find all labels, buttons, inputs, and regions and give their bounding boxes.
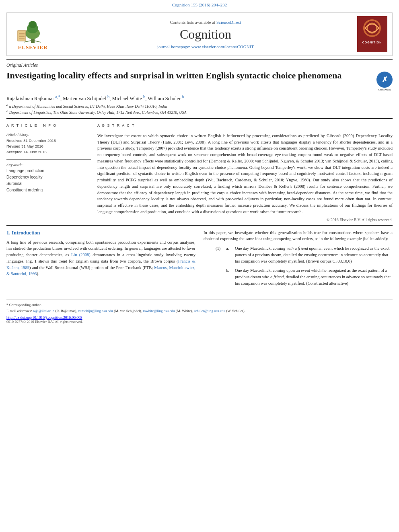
article-title: Investigating locality effects and surpr… bbox=[6, 70, 372, 82]
abstract-text: We investigate the extent to which synta… bbox=[97, 133, 393, 215]
svg-rect-12 bbox=[357, 16, 387, 52]
body-top-divider bbox=[6, 225, 393, 226]
cognition-logo-box: COGNITION bbox=[357, 16, 387, 52]
list-item-1a: a. One day Maeterlinck, coming with a fr… bbox=[226, 245, 393, 264]
homepage-link[interactable]: journal homepage: www.elsevier.com/locat… bbox=[157, 44, 254, 49]
list-label-a: a. bbox=[226, 245, 232, 264]
info-divider-top bbox=[6, 130, 91, 130]
abstract-divider bbox=[97, 130, 393, 130]
corresponding-author-note: * Corresponding author. bbox=[6, 302, 393, 308]
email-link-2[interactable]: vanschijn@ling.osu.edu bbox=[78, 309, 113, 313]
crossmark-icon: ✗ bbox=[376, 72, 393, 88]
keyword-2: Dependency locality bbox=[6, 174, 91, 181]
affiliation-b: b Department of Linguistics, The Ohio St… bbox=[6, 109, 393, 115]
article-info-label: A R T I C L E I N F O bbox=[6, 123, 91, 127]
journal-title: Cognition bbox=[180, 27, 231, 42]
intro-paragraph-2: In this paper, we investigate whether th… bbox=[204, 230, 393, 242]
list-item-1: (1) a. One day Maeterlinck, coming with … bbox=[216, 245, 393, 290]
keywords-label: Keywords: bbox=[6, 163, 91, 167]
list-text-b: One day Maeterlinck, coming upon an even… bbox=[235, 267, 393, 286]
crossmark-badge: ✗ CrossMark bbox=[376, 72, 393, 91]
marcus-link[interactable]: Marcus, Marcinkiewicz, & Santorini, 1993 bbox=[6, 265, 195, 276]
doi-link: http://dx.doi.org/10.1016/j.cognition.20… bbox=[6, 316, 393, 320]
cognition-logo-icon: COGNITION bbox=[357, 16, 387, 52]
abstract-column: A B S T R A C T We investigate the exten… bbox=[97, 123, 393, 222]
svg-rect-7 bbox=[18, 31, 25, 41]
elsevier-logo-area: ELSEVIER bbox=[7, 13, 59, 55]
article-history-label: Article history: bbox=[6, 133, 91, 137]
list-item-1-content: a. One day Maeterlinck, coming with a fr… bbox=[226, 245, 393, 290]
body-left-column: 1. Introduction A long line of previous … bbox=[6, 230, 195, 293]
svg-text:COGNITION: COGNITION bbox=[362, 41, 382, 44]
crossmark-label: CrossMark bbox=[376, 88, 393, 91]
email-link-1[interactable]: raja@iitd.ac.in bbox=[33, 309, 54, 313]
section1-heading: 1. Introduction bbox=[6, 230, 195, 236]
elsevier-logo: ELSEVIER bbox=[16, 18, 50, 51]
article-divider bbox=[6, 118, 393, 119]
article-type: Original Articles bbox=[6, 63, 393, 68]
science-direct-link[interactable]: ScienceDirect bbox=[216, 20, 241, 25]
body-right-column: In this paper, we investigate whether th… bbox=[204, 230, 393, 293]
keyword-3: Surprisal bbox=[6, 181, 91, 187]
cognition-logo-area: COGNITION bbox=[352, 13, 392, 55]
email-link-3[interactable]: mwhite@ling.osu.edu bbox=[143, 309, 175, 313]
top-divider bbox=[6, 59, 393, 60]
issn-text: 0010-0277/© 2016 Elsevier B.V. All right… bbox=[6, 320, 393, 324]
list-num-1: (1) bbox=[216, 245, 223, 290]
footnote-area: * Corresponding author. E-mail addresses… bbox=[6, 300, 393, 324]
article-info-column: A R T I C L E I N F O Article history: R… bbox=[6, 123, 91, 222]
email-link-4[interactable]: schuler@ling.osu.edu bbox=[194, 309, 225, 313]
article-history: Article history: Received 31 December 20… bbox=[6, 133, 91, 155]
list-label-b: b. bbox=[226, 267, 232, 286]
liu2008-link[interactable]: Liu (2008) bbox=[71, 253, 90, 257]
journal-reference-bar: Cognition 155 (2016) 204–232 bbox=[0, 0, 399, 9]
example-list: (1) a. One day Maeterlinck, coming with … bbox=[216, 245, 393, 290]
elsevier-tree-icon bbox=[16, 18, 50, 44]
article-info-abstract: A R T I C L E I N F O Article history: R… bbox=[6, 123, 393, 222]
keyword-4: Constituent ordering bbox=[6, 187, 91, 193]
journal-homepage: journal homepage: www.elsevier.com/locat… bbox=[157, 44, 254, 49]
main-content: Original Articles Investigating locality… bbox=[6, 59, 393, 324]
body-content: 1. Introduction A long line of previous … bbox=[6, 230, 393, 293]
doi-anchor[interactable]: http://dx.doi.org/10.1016/j.cognition.20… bbox=[6, 316, 82, 320]
abstract-label: A B S T R A C T bbox=[97, 123, 393, 127]
svg-point-3 bbox=[29, 21, 37, 28]
keyword-1: Language production bbox=[6, 168, 91, 174]
journal-header: ELSEVIER Contents lists available at Sci… bbox=[6, 12, 393, 56]
science-direct-line: Contents lists available at ScienceDirec… bbox=[170, 20, 241, 25]
journal-title-area: Contents lists available at ScienceDirec… bbox=[59, 13, 352, 55]
info-divider-mid bbox=[6, 159, 91, 160]
authors-line: Rajakrishnan Rajkumar a,*, Marten van Sc… bbox=[6, 94, 393, 102]
elsevier-label: ELSEVIER bbox=[18, 44, 48, 51]
keywords-section: Keywords: Language production Dependency… bbox=[6, 163, 91, 193]
list-text-a: One day Maeterlinck, coming with a frien… bbox=[235, 245, 393, 264]
copyright-line: © 2016 Elsevier B.V. All rights reserved… bbox=[97, 218, 393, 222]
intro-paragraph-1: A long line of previous research, compri… bbox=[6, 239, 195, 277]
received-date: Received 31 December 2015 bbox=[6, 138, 91, 144]
journal-ref-text: Cognition 155 (2016) 204–232 bbox=[172, 2, 227, 7]
article-title-row: Investigating locality effects and surpr… bbox=[6, 70, 393, 91]
email-footnote: E-mail addresses: raja@iitd.ac.in (R. Ra… bbox=[6, 308, 393, 314]
revised-date: Revised 31 May 2016 bbox=[6, 144, 91, 149]
accepted-date: Accepted 14 June 2016 bbox=[6, 149, 91, 155]
list-item-1b: b. One day Maeterlinck, coming upon an e… bbox=[226, 267, 393, 286]
affiliation-a: a a Department of Humanities and Social … bbox=[6, 103, 393, 109]
